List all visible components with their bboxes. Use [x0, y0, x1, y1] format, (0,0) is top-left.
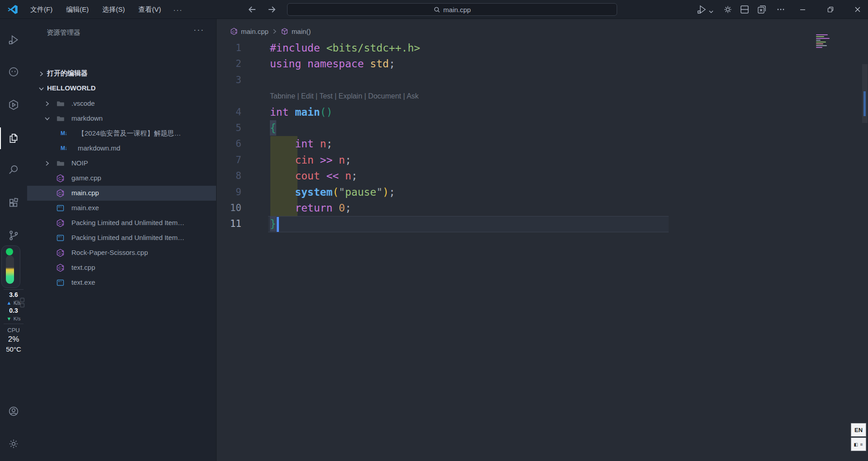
toggle-panel-layout-icon[interactable]: [739, 4, 750, 15]
menu-view[interactable]: 查看(V): [132, 0, 168, 19]
explorer-files-icon[interactable]: [8, 132, 19, 144]
editor-scrollbar[interactable]: [862, 19, 868, 461]
cpu-usage: 2%: [0, 335, 27, 344]
search-icon: [434, 6, 440, 13]
line-content: int main(): [241, 104, 333, 120]
codelens-row: Tabnine | Edit | Test | Explain | Docume…: [217, 88, 862, 104]
line-content: cin >> n;: [241, 152, 351, 168]
tree-item-text.exe[interactable]: text.exe: [27, 275, 216, 290]
explorer-more-actions[interactable]: ···: [193, 25, 204, 35]
svg-text:C: C: [58, 251, 61, 255]
tree-item-game.cpp[interactable]: Cgame.cpp: [27, 171, 216, 186]
explorer-title: 资源管理器: [47, 28, 80, 37]
line-number: 3: [217, 72, 241, 88]
line-content: #include <bits/stdc++.h>: [241, 40, 420, 56]
line-content: using namespace std;: [241, 56, 395, 72]
open-editors-section[interactable]: 打开的编辑器: [27, 66, 216, 81]
titlebar-more-actions-icon[interactable]: [775, 4, 786, 15]
menu-edit[interactable]: 编辑(E): [59, 0, 95, 19]
account-icon[interactable]: [8, 405, 19, 417]
tree-item-label: .vscode: [71, 99, 95, 107]
cpp-file-icon: C: [230, 28, 238, 35]
navigate-forward-icon[interactable]: [266, 4, 277, 15]
breadcrumb-symbol[interactable]: main(): [292, 28, 311, 35]
title-bar: 文件(F) 编辑(E) 选择(S) 查看(V) ··· main.cpp: [0, 0, 868, 19]
line-number: 10: [217, 200, 241, 216]
code-line-10[interactable]: 10 return 0;: [217, 200, 862, 216]
code-line-1[interactable]: 1#include <bits/stdc++.h>: [217, 40, 862, 56]
symbol-method-cube-icon: [281, 28, 288, 35]
tree-item-main.exe[interactable]: main.exe: [27, 201, 216, 216]
menu-file[interactable]: 文件(F): [24, 0, 59, 19]
tree-item-rock-paper-scissors.cpp[interactable]: CRock-Paper-Scissors.cpp: [27, 245, 216, 260]
tree-item-markdown[interactable]: markdown: [27, 111, 216, 126]
code-line-2[interactable]: 2using namespace std;: [217, 56, 862, 72]
tree-item-2024[interactable]: M↓【2024临安普及一课程】解题思…: [27, 126, 216, 141]
code-area[interactable]: 1#include <bits/stdc++.h>2using namespac…: [217, 40, 862, 232]
line-content: return 0;: [241, 200, 351, 216]
ime-toolbar[interactable]: ◧ ≡: [851, 437, 866, 451]
open-editors-label: 打开的编辑器: [47, 69, 88, 78]
tree-item-packinglimitedandunlimiteditem[interactable]: CPacking Limited and Unlimited Item…: [27, 216, 216, 230]
code-line-4[interactable]: 4int main(): [217, 104, 862, 120]
code-line-8[interactable]: 8 cout << n;: [217, 168, 862, 184]
tree-item-markdown.md[interactable]: M↓markdown.md: [27, 141, 216, 156]
code-line-5[interactable]: 5{: [217, 120, 862, 136]
line-content: cout << n;: [241, 168, 358, 184]
upload-arrow-icon: ▲: [6, 300, 11, 306]
window-minimize-button[interactable]: [792, 0, 813, 19]
navigate-back-icon[interactable]: [247, 4, 258, 15]
hexagon-run-extension-icon[interactable]: [8, 99, 19, 111]
vscode-window: 文件(F) 编辑(E) 选择(S) 查看(V) ··· main.cpp: [0, 0, 868, 461]
window-close-button[interactable]: [847, 0, 868, 19]
ime-language-label: EN: [854, 427, 863, 433]
chevron-right-icon: [38, 71, 45, 77]
cpp-file-icon: C: [56, 219, 65, 227]
search-view-icon[interactable]: [8, 164, 19, 176]
code-line-9[interactable]: 9 system("pause");: [217, 184, 862, 200]
gutter: [217, 88, 241, 104]
tree-item-label: markdown.md: [78, 144, 120, 152]
codelens-actions[interactable]: Tabnine | Edit | Test | Explain | Docume…: [241, 88, 419, 104]
extensions-view-icon[interactable]: [8, 197, 19, 209]
menu-selection[interactable]: 选择(S): [95, 0, 132, 19]
net-up-value: 3.6: [0, 291, 27, 299]
run-and-debug-icon[interactable]: [8, 34, 19, 46]
breadcrumb: C main.cpp main(): [230, 24, 311, 38]
line-number: 8: [217, 168, 241, 184]
editor-pane[interactable]: C main.cpp main() 1#include <bits/stdc++…: [216, 19, 868, 461]
svg-text:C: C: [232, 29, 235, 33]
code-line-7[interactable]: 7 cin >> n;: [217, 152, 862, 168]
tree-item-packinglimitedandunlimiteditem[interactable]: Packing Limited and Unlimited Item…: [27, 230, 216, 245]
line-number: 11: [217, 216, 241, 232]
close-icon: [854, 6, 861, 13]
cpp-file-icon: C: [56, 174, 65, 183]
extension-face-icon[interactable]: [8, 66, 19, 78]
command-center-search[interactable]: main.cpp: [287, 3, 617, 16]
menu-overflow[interactable]: ···: [168, 0, 188, 19]
workspace-root-section[interactable]: HELLOWORLD: [27, 81, 216, 96]
code-line-6[interactable]: 6 int n;: [217, 136, 862, 152]
code-line-3[interactable]: 3: [217, 72, 862, 88]
ime-language-indicator[interactable]: EN: [851, 423, 866, 437]
breadcrumb-file[interactable]: main.cpp: [241, 28, 269, 35]
tree-item-.vscode[interactable]: .vscode: [27, 96, 216, 111]
tree-item-text.cpp[interactable]: Ctext.cpp: [27, 260, 216, 275]
settings-gear-icon[interactable]: [8, 438, 19, 450]
markdown-file-icon: M↓: [61, 145, 69, 154]
tree-item-noip[interactable]: NOIP: [27, 156, 216, 171]
run-dropdown-chevron-icon[interactable]: [708, 6, 714, 17]
cpp-file-icon: C: [56, 263, 65, 272]
run-debug-icon[interactable]: [696, 4, 707, 15]
line-number: 6: [217, 136, 241, 152]
cpp-file-icon: C: [56, 189, 65, 198]
tree-item-main.cpp[interactable]: Cmain.cpp: [27, 186, 216, 201]
source-control-icon[interactable]: [8, 230, 19, 241]
tree-item-label: Rock-Paper-Scissors.cpp: [71, 249, 148, 256]
close-editor-group-icon[interactable]: [756, 4, 767, 15]
code-line-11[interactable]: 11}: [217, 216, 862, 232]
minimize-icon: [800, 7, 806, 13]
chevron-right-icon: [44, 100, 51, 107]
settings-gear-icon-titlebar[interactable]: [722, 4, 733, 15]
window-restore-button[interactable]: [820, 0, 841, 19]
